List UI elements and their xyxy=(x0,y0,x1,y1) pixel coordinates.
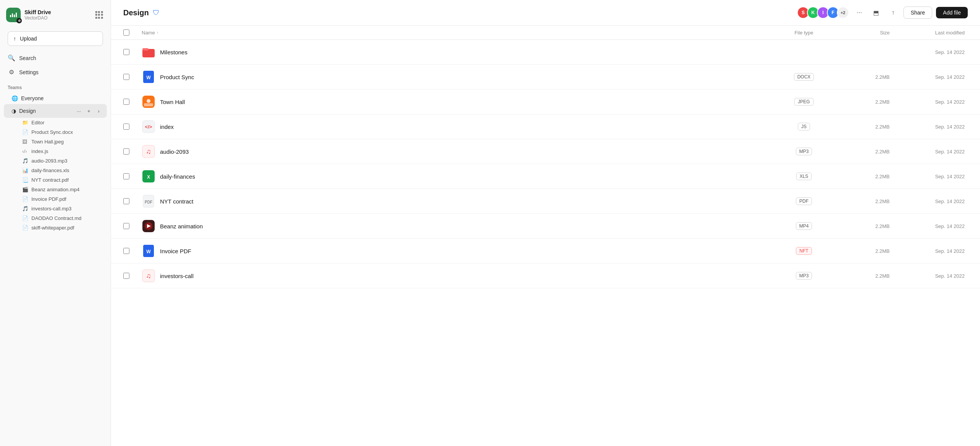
row-filetype-cell: MP3 xyxy=(769,264,838,288)
row-checkbox[interactable] xyxy=(123,49,129,55)
table-row[interactable]: ♫ audio-2093 MP3 2.2MB Sep. 14 2022 xyxy=(111,139,980,164)
svg-text:W: W xyxy=(146,75,151,80)
row-checkbox[interactable] xyxy=(123,99,129,105)
export-button[interactable]: ⬒ xyxy=(870,6,883,19)
file-name: index.js xyxy=(31,148,48,154)
filetype-column-header[interactable]: File type xyxy=(769,26,838,40)
video-icon: 🎬 xyxy=(22,187,28,192)
file-name-label: audio-2093 xyxy=(160,148,189,155)
row-checkbox[interactable] xyxy=(123,148,129,155)
file-type-badge: JPEG xyxy=(794,98,813,106)
svg-text:W: W xyxy=(146,249,151,254)
file-name: Editor xyxy=(31,120,44,125)
row-checkbox-cell xyxy=(111,65,136,90)
row-name-cell: </> index xyxy=(136,114,769,139)
grid-icon[interactable] xyxy=(94,10,105,20)
size-column-header[interactable]: Size xyxy=(838,26,896,40)
settings-icon: ⚙ xyxy=(8,68,15,76)
row-filetype-cell: JPEG xyxy=(769,90,838,114)
row-filetype-cell: XLS xyxy=(769,164,838,189)
table-row[interactable]: Milestones Sep. 14 2022 xyxy=(111,40,980,65)
avatar-count: +2 xyxy=(837,7,849,19)
sidebar-file-invoice[interactable]: 📄 Invoice PDF.pdf xyxy=(4,194,107,204)
sidebar-design-item[interactable]: ◑ Design ··· + › xyxy=(4,104,107,118)
sidebar-file-product-sync[interactable]: 📄 Product Sync.docx xyxy=(4,127,107,137)
table-row[interactable]: X daily-finances XLS 2.2MB Sep. 14 2022 xyxy=(111,164,980,189)
row-modified-cell: Sep. 14 2022 xyxy=(896,214,980,239)
table-row[interactable]: PDF NYT contract PDF 2.2MB Sep. 14 2022 xyxy=(111,189,980,214)
upload-header-button[interactable]: ↑ xyxy=(887,6,900,19)
row-checkbox[interactable] xyxy=(123,198,129,204)
settings-nav-item[interactable]: ⚙ Settings xyxy=(4,65,107,79)
sidebar-file-index[interactable]: ‹/› index.js xyxy=(4,146,107,156)
brand-sub: VectorDAO xyxy=(24,15,51,21)
file-name-label: Town Hall xyxy=(160,99,185,105)
sidebar-file-nyt[interactable]: 📃 NYT contract.pdf xyxy=(4,175,107,185)
sidebar-file-beanz[interactable]: 🎬 Beanz animation.mp4 xyxy=(4,185,107,194)
row-size-cell: 2.2MB xyxy=(838,164,896,189)
docx-icon: 📄 xyxy=(22,129,28,135)
brand-logo xyxy=(6,8,21,22)
design-more-button[interactable]: ··· xyxy=(75,107,83,115)
pdf-icon3: 📄 xyxy=(22,225,28,231)
row-name-cell: ♫ audio-2093 xyxy=(136,139,769,164)
everyone-label: Everyone xyxy=(21,95,44,101)
avatar-group: S K I F +2 xyxy=(797,7,849,19)
row-modified-cell: Sep. 14 2022 xyxy=(896,239,980,264)
sidebar-file-investors[interactable]: 🎵 investors-call.mp3 xyxy=(4,204,107,213)
pdf-icon: 📃 xyxy=(22,177,28,183)
file-name: Invoice PDF.pdf xyxy=(31,196,66,202)
design-add-button[interactable]: + xyxy=(85,107,93,115)
svg-point-5 xyxy=(147,99,150,103)
row-modified-cell: Sep. 14 2022 xyxy=(896,139,980,164)
name-header-label: Name xyxy=(142,30,155,36)
share-button[interactable]: Share xyxy=(903,7,932,19)
sidebar-file-whitepaper[interactable]: 📄 skiff-whitepaper.pdf xyxy=(4,223,107,233)
row-checkbox[interactable] xyxy=(123,223,129,229)
row-checkbox[interactable] xyxy=(123,248,129,254)
table-row[interactable]: ♫ investors-call MP3 2.2MB Sep. 14 2022 xyxy=(111,264,980,288)
sidebar-file-editor[interactable]: 📁 Editor xyxy=(4,118,107,127)
table-row[interactable]: W Invoice PDF NFT 2.2MB Sep. 14 2022 xyxy=(111,239,980,264)
brand-name: Skiff Drive xyxy=(24,9,51,15)
pdf-icon2: 📄 xyxy=(22,196,28,202)
row-filetype-cell: NFT xyxy=(769,239,838,264)
add-file-button[interactable]: Add file xyxy=(936,7,968,18)
design-expand-button[interactable]: › xyxy=(95,107,103,115)
row-checkbox[interactable] xyxy=(123,74,129,80)
upload-button[interactable]: ↑ Upload xyxy=(8,31,103,46)
name-column-header[interactable]: Name ↑ xyxy=(136,26,769,40)
search-label: Search xyxy=(19,55,36,61)
row-checkbox[interactable] xyxy=(123,273,129,279)
sidebar-file-finances[interactable]: 📊 daily-finances.xls xyxy=(4,166,107,175)
design-icon: ◑ xyxy=(11,108,16,114)
sidebar-file-audio[interactable]: 🎵 audio-2093.mp3 xyxy=(4,156,107,166)
row-checkbox-cell xyxy=(111,114,136,139)
search-nav-item[interactable]: 🔍 Search xyxy=(4,51,107,65)
select-all-checkbox[interactable] xyxy=(123,29,129,36)
table-row[interactable]: Town Hall JPEG 2.2MB Sep. 14 2022 xyxy=(111,90,980,114)
row-checkbox[interactable] xyxy=(123,124,129,130)
spreadsheet-icon: 📊 xyxy=(22,168,28,173)
modified-column-header[interactable]: Last modified xyxy=(896,26,980,40)
file-name: Town Hall.jpeg xyxy=(31,139,64,145)
sidebar-everyone-item[interactable]: 🌐 Everyone xyxy=(4,93,107,104)
row-checkbox[interactable] xyxy=(123,173,129,179)
table-row[interactable]: W Product Sync DOCX 2.2MB Sep. 14 2022 xyxy=(111,65,980,90)
brand-text: Skiff Drive VectorDAO xyxy=(24,9,51,21)
table-row[interactable]: Beanz animation MP4 2.2MB Sep. 14 2022 xyxy=(111,214,980,239)
file-name: audio-2093.mp3 xyxy=(31,158,67,164)
bar2 xyxy=(12,13,13,17)
sidebar-file-town-hall[interactable]: 🖼 Town Hall.jpeg xyxy=(4,137,107,146)
more-options-button[interactable]: ··· xyxy=(853,6,866,19)
sidebar-file-daodao[interactable]: 📄 DAODAO Contract.md xyxy=(4,213,107,223)
row-checkbox-cell xyxy=(111,189,136,214)
sidebar-nav: ↑ Upload 🔍 Search ⚙ Settings xyxy=(0,28,111,80)
row-checkbox-cell xyxy=(111,264,136,288)
file-name-label: index xyxy=(160,124,174,130)
row-modified-cell: Sep. 14 2022 xyxy=(896,189,980,214)
file-name: DAODAO Contract.md xyxy=(31,215,82,221)
table-row[interactable]: </> index JS 2.2MB Sep. 14 2022 xyxy=(111,114,980,139)
file-type-badge: XLS xyxy=(796,173,812,180)
table-container: Name ↑ File type Size Last modified Mile… xyxy=(111,26,980,446)
